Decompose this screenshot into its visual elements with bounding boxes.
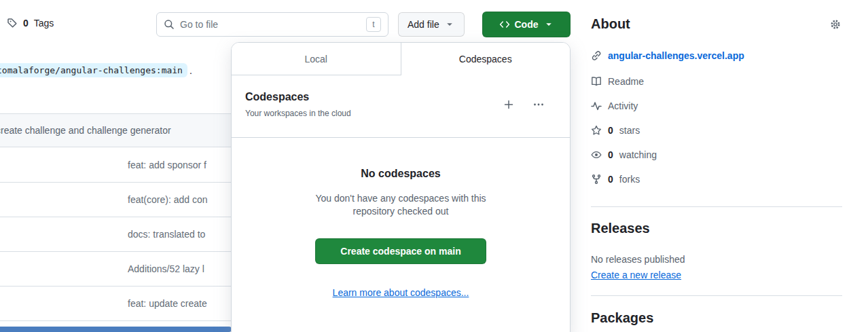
commit-message-link[interactable]: Additions/52 lazy l — [0, 263, 204, 274]
stat-label: forks — [619, 174, 640, 185]
stat-label: Activity — [608, 100, 638, 111]
latest-commit-message[interactable]: create challenge and challenge generator — [0, 125, 171, 136]
github-repo-page: tomalaforge/angular-challenges:main . cr… — [0, 0, 868, 332]
tags-count: 0 — [23, 18, 29, 29]
tags-link[interactable]: 0 Tags — [7, 18, 54, 29]
releases-empty-text: No releases published — [591, 254, 842, 265]
learn-more-link[interactable]: Learn more about codespaces... — [232, 287, 570, 298]
commit-message-link[interactable]: docs: translated to — [0, 229, 205, 240]
code-button-label: Code — [515, 19, 539, 30]
codespaces-title: Codespaces — [245, 90, 351, 104]
code-icon — [499, 19, 510, 30]
sidebar-link-watching[interactable]: 0 watching — [591, 143, 842, 167]
stat-count: 0 — [608, 174, 613, 185]
commit-message-link[interactable]: feat(core): add con — [0, 194, 208, 205]
codespaces-header-text: Codespaces Your workspaces in the cloud — [245, 90, 351, 118]
add-file-button[interactable]: Add file — [398, 12, 465, 37]
eye-icon — [591, 149, 602, 160]
tag-icon — [7, 18, 18, 29]
code-dropdown-panel: Local Codespaces Codespaces Your workspa… — [231, 42, 571, 332]
create-release-link[interactable]: Create a new release — [591, 270, 681, 280]
stat-label: Readme — [608, 76, 644, 87]
go-to-file-input[interactable] — [180, 19, 361, 30]
codespaces-header: Codespaces Your workspaces in the cloud — [232, 75, 570, 137]
gear-icon[interactable] — [830, 19, 841, 30]
releases-title: Releases — [591, 221, 842, 236]
sidebar-divider — [591, 206, 842, 207]
stat-label: stars — [619, 125, 640, 136]
packages-title: Packages — [591, 310, 842, 326]
horizontal-scrollbar-thumb[interactable] — [0, 327, 232, 332]
kebab-icon — [533, 99, 544, 110]
sidebar-divider — [591, 295, 842, 296]
tags-label: Tags — [34, 18, 54, 29]
branch-ref-chip[interactable]: tomalaforge/angular-challenges:main — [0, 63, 187, 77]
tab-local[interactable]: Local — [232, 43, 401, 75]
codespaces-empty-state: No codespaces You don't have any codespa… — [232, 137, 570, 298]
repo-stats: Readme Activity 0 stars 0 — [591, 69, 842, 191]
codespaces-subtitle: Your workspaces in the cloud — [245, 109, 351, 118]
sidebar-link-readme[interactable]: Readme — [591, 69, 842, 94]
link-icon — [591, 50, 602, 61]
stat-count: 0 — [608, 125, 613, 136]
sync-line-suffix: . — [189, 65, 192, 76]
code-button[interactable]: Code — [482, 12, 571, 37]
sidebar-link-stars[interactable]: 0 stars — [591, 118, 842, 143]
stat-count: 0 — [608, 149, 613, 160]
chevron-down-icon — [543, 19, 554, 30]
empty-state-body: You don't have any codespaces with this … — [302, 192, 500, 218]
commit-message-link[interactable]: feat: add sponsor f — [0, 160, 206, 170]
empty-state-title: No codespaces — [232, 168, 570, 180]
plus-icon — [503, 99, 514, 110]
stat-label: watching — [619, 149, 657, 160]
star-icon — [591, 125, 602, 136]
branch-sync-line: tomalaforge/angular-challenges:main . — [0, 63, 192, 77]
create-codespace-button[interactable]: Create codespace on main — [315, 238, 486, 264]
about-title: About — [591, 16, 842, 32]
sidebar-link-activity[interactable]: Activity — [591, 94, 842, 118]
search-shortcut-key: t — [366, 17, 381, 32]
tab-codespaces[interactable]: Codespaces — [401, 43, 571, 75]
about-sidebar: About angular-challenges.vercel.app Read… — [591, 0, 842, 326]
website-link[interactable]: angular-challenges.vercel.app — [608, 50, 744, 61]
fork-icon — [591, 174, 602, 185]
website-row[interactable]: angular-challenges.vercel.app — [591, 50, 842, 61]
pulse-icon — [591, 100, 602, 111]
book-icon — [591, 76, 602, 87]
code-dropdown-tabs: Local Codespaces — [232, 43, 570, 75]
new-codespace-button[interactable] — [503, 99, 514, 110]
sidebar-link-forks[interactable]: 0 forks — [591, 167, 842, 191]
codespaces-options-button[interactable] — [533, 99, 544, 110]
add-file-label: Add file — [408, 19, 439, 30]
codespaces-actions — [503, 99, 544, 110]
search-icon — [164, 19, 175, 30]
chevron-down-icon — [444, 19, 455, 30]
go-to-file-box: t — [156, 12, 388, 37]
commit-message-link[interactable]: feat: update create — [0, 298, 207, 309]
